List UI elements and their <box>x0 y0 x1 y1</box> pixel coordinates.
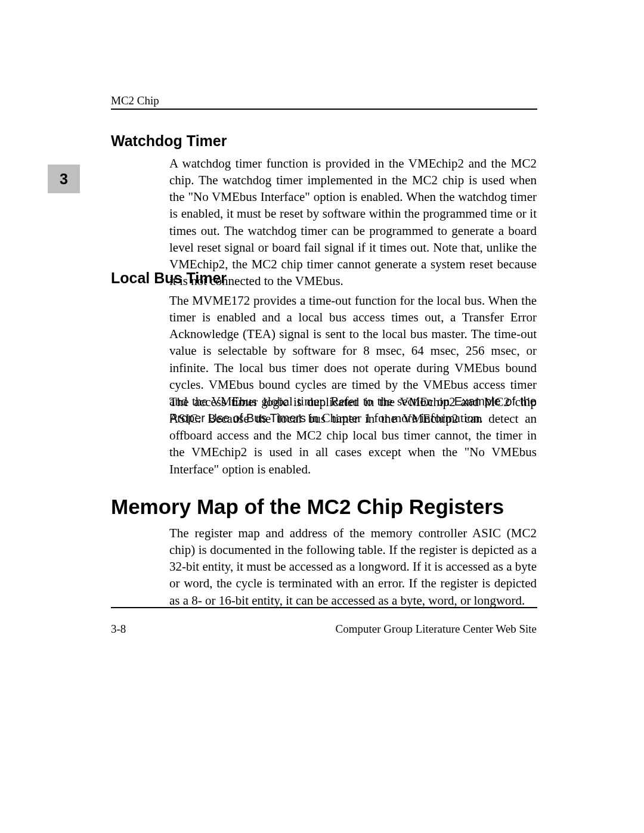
para-localbus-1a: The MVME172 provides a time-out function… <box>169 293 537 408</box>
running-head: MC2 Chip <box>111 94 159 107</box>
para-memorymap-1: The register map and address of the memo… <box>169 525 537 609</box>
footer-rule <box>111 607 537 608</box>
footer-site: Computer Group Literature Center Web Sit… <box>336 623 537 636</box>
heading-memory-map: Memory Map of the MC2 Chip Registers <box>111 495 504 519</box>
chapter-tab: 3 <box>48 165 80 193</box>
header-rule <box>111 109 537 110</box>
para-localbus-2: The access timer logic is duplicated in … <box>169 394 537 478</box>
page: MC2 Chip 3 Watchdog Timer A watchdog tim… <box>0 0 644 833</box>
page-number: 3-8 <box>111 623 126 636</box>
heading-local-bus-timer: Local Bus Timer <box>111 270 227 287</box>
heading-watchdog-timer: Watchdog Timer <box>111 132 227 150</box>
